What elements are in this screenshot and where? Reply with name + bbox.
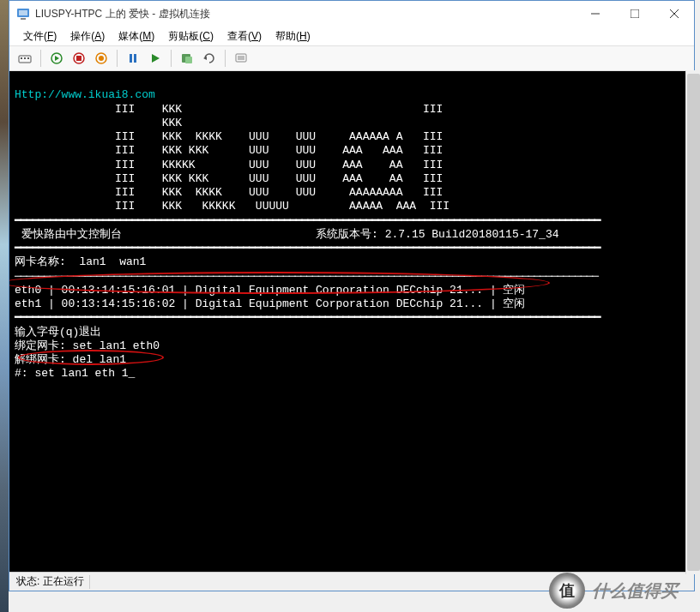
menu-file[interactable]: 文件(F) [16,27,63,45]
minimize-button[interactable] [576,1,615,27]
toolbar-separator [117,50,118,67]
divider: ━━━━━━━━━━━━━━━━━━━━━━━━━━━━━━━━━━━━━━━━… [15,242,600,255]
nic-names: 网卡名称: lan1 wan1 [15,255,146,268]
turnoff-button[interactable] [69,48,89,69]
divider: ────────────────────────────────────────… [15,270,598,283]
shutdown-button[interactable] [91,48,112,69]
menu-action[interactable]: 操作(A) [63,27,112,45]
svg-rect-2 [21,18,26,20]
svg-rect-8 [21,57,22,59]
vertical-scrollbar[interactable] [685,70,700,574]
watermark: 值 什么值得买 [546,569,700,612]
ctrl-alt-del-button[interactable] [15,48,35,69]
menu-view[interactable]: 查看(V) [220,27,269,45]
toolbar-separator [171,50,172,67]
terminal-url: Http://www.ikuai8.com [15,88,155,101]
toolbar-separator [40,50,41,67]
svg-rect-14 [76,56,81,61]
titlebar[interactable]: LIUSPY-HTPC 上的 爱快 - 虚拟机连接 [9,1,694,27]
side-decoration [0,0,9,612]
menu-help[interactable]: 帮助(H) [269,27,317,45]
start-button[interactable] [46,48,67,69]
svg-rect-1 [19,10,27,15]
window-title: LIUSPY-HTPC 上的 爱快 - 虚拟机连接 [35,7,576,21]
quit-help: 输入字母(q)退出 [15,326,101,339]
status-value: 正在运行 [43,574,84,589]
status-label: 状态: [16,574,39,589]
svg-rect-17 [130,54,132,63]
divider: ━━━━━━━━━━━━━━━━━━━━━━━━━━━━━━━━━━━━━━━━… [15,214,600,227]
svg-point-16 [99,56,104,61]
bind-help: 绑定网卡: set lan1 eth0 [15,339,160,352]
checkpoint-button[interactable] [177,48,197,69]
command-prompt: #: set lan1 eth 1_ [15,367,135,380]
toolbar [9,45,694,71]
watermark-text: 什么值得买 [592,579,678,603]
toolbar-separator [225,50,226,67]
scroll-thumb[interactable] [687,74,700,571]
divider: ━━━━━━━━━━━━━━━━━━━━━━━━━━━━━━━━━━━━━━━━… [15,311,600,324]
svg-rect-21 [185,57,192,63]
svg-rect-24 [238,56,244,60]
app-icon [16,7,30,21]
terminal-screen[interactable]: Http://www.ikuai8.com III KKK III KKK II… [9,71,694,572]
watermark-badge: 值 [549,573,585,609]
svg-rect-9 [24,57,26,59]
vm-window: LIUSPY-HTPC 上的 爱快 - 虚拟机连接 文件(F) 操作(A) 媒体… [9,0,695,591]
menubar: 文件(F) 操作(A) 媒体(M) 剪贴板(C) 查看(V) 帮助(H) [9,27,694,45]
svg-rect-18 [134,54,136,63]
eth0-line: eth0 | 00:13:14:15:16:01 | Digital Equip… [15,284,526,297]
menu-media[interactable]: 媒体(M) [112,27,161,45]
enhanced-session-button[interactable] [231,48,251,69]
menu-clipboard[interactable]: 剪贴板(C) [161,27,220,45]
unbind-help: 解绑网卡: del lan1 [15,353,126,366]
close-button[interactable] [655,1,694,27]
status-separator [89,575,90,589]
pause-button[interactable] [123,48,143,69]
revert-button[interactable] [199,48,220,69]
svg-rect-4 [631,9,639,18]
svg-marker-12 [55,56,59,61]
window-controls [576,1,694,27]
reset-button[interactable] [145,48,166,69]
console-header: 爱快路由中文控制台 系统版本号: 2.7.15 Build20180115-17… [15,228,559,241]
ascii-logo: III KKK III KKK III KKK KKKK UUU UUU AAA… [15,103,450,213]
eth1-line: eth1 | 00:13:14:15:16:02 | Digital Equip… [15,297,526,310]
maximize-button[interactable] [615,1,655,27]
svg-rect-10 [27,57,29,59]
svg-marker-19 [152,54,160,63]
